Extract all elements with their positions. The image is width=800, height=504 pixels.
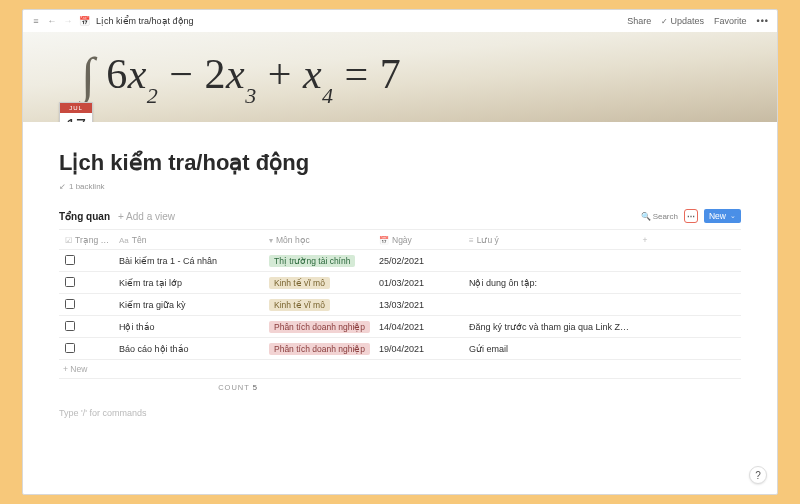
status-checkbox[interactable] [65,277,75,287]
search-button[interactable]: 🔍 Search [641,212,678,221]
updates-button[interactable]: ✓ Updates [661,16,704,26]
add-column-button[interactable]: + [635,235,655,245]
status-checkbox[interactable] [65,299,75,309]
cell-subject[interactable]: Phân tích doanh nghiệp [265,343,375,355]
forward-icon[interactable]: → [63,16,73,26]
breadcrumb[interactable]: Lịch kiểm tra/hoạt động [96,16,194,26]
table-row[interactable]: Hội thảoPhân tích doanh nghiệp14/04/2021… [59,316,741,338]
col-date[interactable]: 📅Ngày [375,235,465,245]
favorite-button[interactable]: Favorite [714,16,747,26]
cell-subject[interactable]: Kinh tế vĩ mô [265,299,375,311]
cell-note[interactable]: Đăng ký trước và tham gia qua Link Zoom [465,322,635,332]
page-title[interactable]: Lịch kiểm tra/hoạt động [59,150,741,176]
more-icon[interactable]: ••• [757,16,769,26]
search-icon: 🔍 [641,212,651,221]
calendar-day: 17 [60,113,92,122]
cell-name[interactable]: Kiểm tra tại lớp [115,278,265,288]
cell-date[interactable]: 13/03/2021 [375,300,465,310]
calendar-month: JUL [60,103,92,113]
backlinks[interactable]: ↙ 1 backlink [59,182,741,191]
page-icon-calendar[interactable]: JUL 17 [59,102,93,122]
backlink-icon: ↙ [59,182,66,191]
cell-name[interactable]: Báo cáo hội thảo [115,344,265,354]
add-view-button[interactable]: + Add a view [118,211,175,222]
cell-date[interactable]: 01/03/2021 [375,278,465,288]
new-row-button[interactable]: + New [59,360,741,379]
col-subject[interactable]: ▾Môn học [265,235,375,245]
cell-note[interactable]: Nội dung ôn tập: [465,278,635,288]
new-button[interactable]: New ⌄ [704,209,741,223]
status-checkbox[interactable] [65,343,75,353]
notion-window: ≡ ← → 📅 Lịch kiểm tra/hoạt động Share ✓ … [22,9,778,495]
cell-date[interactable]: 25/02/2021 [375,256,465,266]
cell-subject[interactable]: Kinh tế vĩ mô [265,277,375,289]
view-tab[interactable]: Tổng quan [59,211,110,222]
col-note[interactable]: ≡Lưu ý [465,235,635,245]
table-row[interactable]: Báo cáo hội thảoPhân tích doanh nghiệp19… [59,338,741,360]
table-row[interactable]: Kiểm tra tại lớpKinh tế vĩ mô01/03/2021N… [59,272,741,294]
status-checkbox[interactable] [65,321,75,331]
back-icon[interactable]: ← [47,16,57,26]
cell-note[interactable]: Gửi email [465,344,635,354]
cell-date[interactable]: 19/04/2021 [375,344,465,354]
equation-text: ∫ 6x2 − 2x3 + x4 = 7 [81,42,401,103]
col-name[interactable]: AaTên [115,235,265,245]
cell-name[interactable]: Kiểm tra giữa kỳ [115,300,265,310]
col-status[interactable]: ☑Trạng thái [61,235,115,245]
cell-name[interactable]: Hội thảo [115,322,265,332]
table-row[interactable]: Kiểm tra giữa kỳKinh tế vĩ mô13/03/2021 [59,294,741,316]
table-header: ☑Trạng thái AaTên ▾Môn học 📅Ngày ≡Lưu ý … [59,230,741,250]
cell-date[interactable]: 14/04/2021 [375,322,465,332]
cell-name[interactable]: Bài kiểm tra 1 - Cá nhân [115,256,265,266]
views-row: Tổng quan + Add a view 🔍 Search ⋯ New ⌄ [59,209,741,223]
count-row: COUNT 5 [59,379,741,392]
cover-image: ∫ 6x2 − 2x3 + x4 = 7 JUL 17 [23,32,777,122]
chevron-down-icon: ⌄ [730,212,736,220]
menu-icon[interactable]: ≡ [31,16,41,26]
help-button[interactable]: ? [749,466,767,484]
cell-subject[interactable]: Thị trường tài chính [265,255,375,267]
status-checkbox[interactable] [65,255,75,265]
breadcrumb-icon: 📅 [79,16,90,26]
topbar: ≡ ← → 📅 Lịch kiểm tra/hoạt động Share ✓ … [23,10,777,32]
share-button[interactable]: Share [627,16,651,26]
database-table: ☑Trạng thái AaTên ▾Môn học 📅Ngày ≡Lưu ý … [59,229,741,392]
view-more-button[interactable]: ⋯ [684,209,698,223]
cell-subject[interactable]: Phân tích doanh nghiệp [265,321,375,333]
slash-placeholder[interactable]: Type '/' for commands [59,408,741,418]
table-row[interactable]: Bài kiểm tra 1 - Cá nhânThị trường tài c… [59,250,741,272]
page-content: Lịch kiểm tra/hoạt động ↙ 1 backlink Tổn… [23,122,777,428]
